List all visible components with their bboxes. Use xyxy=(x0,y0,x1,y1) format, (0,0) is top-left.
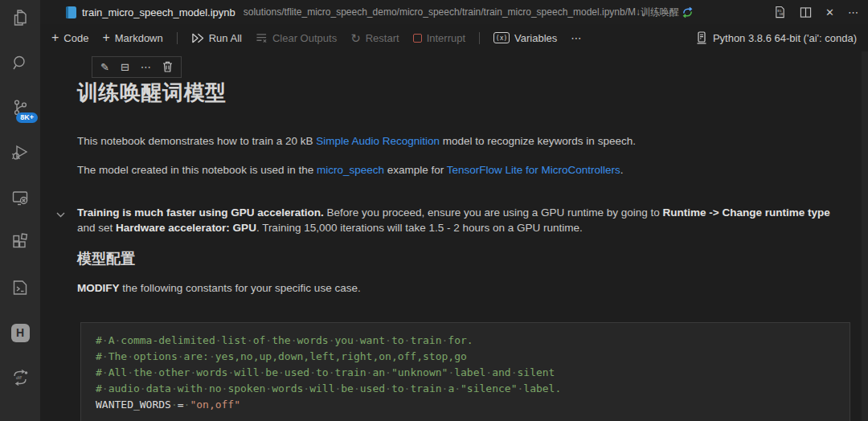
close-tab-button[interactable]: ✕ xyxy=(825,6,834,18)
restart-icon: ↻ xyxy=(350,32,361,44)
activity-bar-item-source-control[interactable]: 8K+ xyxy=(10,98,31,117)
interrupt-icon xyxy=(413,34,422,43)
split-cell-icon: ⊟ xyxy=(121,61,129,73)
gpu-note-paragraph: Training is much faster using GPU accele… xyxy=(77,205,836,235)
variables-label: Variables xyxy=(514,32,557,44)
kernel-picker[interactable]: Python 3.8.6 64-bit ('ai': conda) xyxy=(696,31,857,44)
plus-icon: + xyxy=(51,31,59,44)
activity-bar-item-explorer[interactable] xyxy=(10,8,31,27)
code-cell[interactable]: #·A·comma-delimited·list·of·the·words·yo… xyxy=(80,322,850,421)
markdown-h1-title: 训练唤醒词模型 xyxy=(77,79,868,107)
notebook-editor: ✎ ⊟ ⋯ 训练唤醒词模型 This notebook demonstrates… xyxy=(40,51,868,421)
notebook-terminal-icon xyxy=(10,278,30,297)
more-actions-button[interactable]: ⋯ xyxy=(848,6,858,18)
intro-text-post: model to recognize keywords in speech. xyxy=(440,135,636,147)
notebook-toolbar: + Code + Markdown Run All Clear xyxy=(40,24,868,51)
modify-paragraph: MODIFY the following constants for your … xyxy=(77,280,836,296)
split-editor-button[interactable] xyxy=(800,6,812,18)
plus-icon: + xyxy=(102,31,109,44)
add-code-label: Code xyxy=(63,32,88,44)
tflite-micro-link[interactable]: TensorFlow Lite for MicroControllers xyxy=(447,164,620,176)
partial-diff-icon: diff xyxy=(10,368,30,387)
source-control-badge: 8K+ xyxy=(16,112,38,123)
more-actions-icon: ⋯ xyxy=(848,6,858,18)
activity-bar-item-search[interactable] xyxy=(10,53,31,72)
toolbar-separator xyxy=(479,32,480,44)
activity-bar: 8K+ H xyxy=(0,0,40,421)
intro-text: This notebook demonstrates how to train … xyxy=(77,135,316,147)
add-code-cell-button[interactable]: + Code xyxy=(51,31,88,44)
variables-icon: (x) xyxy=(493,32,510,43)
trash-icon xyxy=(162,61,173,72)
markdown-h2-model-config: 模型配置 xyxy=(77,249,868,268)
run-all-label: Run All xyxy=(209,32,242,44)
svg-text:10: 10 xyxy=(779,12,784,16)
add-markdown-cell-button[interactable]: + Markdown xyxy=(102,31,162,44)
restart-kernel-button[interactable]: ↻ Restart xyxy=(350,32,399,44)
notebook-file-icon xyxy=(66,6,76,18)
run-debug-icon xyxy=(10,143,30,162)
breadcrumb[interactable]: solutions/tflite_micro_speech_demo/micro… xyxy=(244,6,694,19)
activity-bar-item-extensions[interactable] xyxy=(10,233,31,252)
usage-paragraph: The model created in this notebook is us… xyxy=(77,162,836,178)
code-line[interactable]: #·The·options·are:·yes,no,up,down,left,r… xyxy=(96,349,837,365)
remote-explorer-icon xyxy=(10,188,30,207)
breadcrumb-path: solutions/tflite_micro_speech_demo/micro… xyxy=(244,6,628,18)
usage-text: The model created in this notebook is us… xyxy=(77,164,317,176)
toolbar-separator xyxy=(177,32,178,44)
activity-bar-item-partial-diff[interactable]: diff xyxy=(10,368,31,387)
cell-toolbar: ✎ ⊟ ⋯ xyxy=(92,56,182,78)
more-icon: ⋯ xyxy=(141,61,151,73)
svg-text:diff: diff xyxy=(16,375,22,380)
editor-column: train_micro_speech_model.ipynb solutions… xyxy=(40,0,868,421)
explorer-icon xyxy=(10,8,30,27)
usage-text-post: . xyxy=(620,164,624,176)
cell-more-actions-button[interactable]: ⋯ xyxy=(141,62,151,72)
code-line[interactable]: #·All·the·other·words·will·be·used·to·tr… xyxy=(96,365,837,381)
activity-bar-item-h-extension[interactable]: H xyxy=(10,323,31,342)
toolbar-more-button[interactable]: ⋯ xyxy=(571,32,581,44)
gpu-note-bold-runtime: Runtime -> Change runtime type xyxy=(663,206,830,219)
code-line[interactable]: #·A·comma-delimited·list·of·the·words·yo… xyxy=(96,333,837,349)
clear-outputs-icon xyxy=(256,32,268,43)
add-markdown-label: Markdown xyxy=(115,32,163,44)
run-all-icon xyxy=(191,32,204,44)
activity-bar-item-notebook-terminal[interactable] xyxy=(10,278,31,297)
close-icon: ✕ xyxy=(825,6,834,18)
code-line[interactable]: #·audio·data·with·no·spoken·words·will·b… xyxy=(96,381,837,397)
activity-bar-item-remote-explorer[interactable] xyxy=(10,188,31,207)
tab-title[interactable]: train_micro_speech_model.ipynb xyxy=(82,6,235,18)
scrollbar[interactable] xyxy=(862,51,868,421)
delete-cell-button[interactable] xyxy=(162,61,173,74)
micro-speech-link[interactable]: micro_speech xyxy=(317,164,384,176)
breadcrumb-cell-segment: M↓训练唤醒 xyxy=(628,6,679,19)
modify-text: the following constants for your specifi… xyxy=(120,282,361,294)
gpu-note-text: Before you proceed, ensure you are using… xyxy=(324,206,663,219)
edit-cell-button[interactable]: ✎ xyxy=(100,62,109,72)
extensions-icon xyxy=(10,233,30,252)
code-line[interactable]: WANTED_WORDS·=·"on,off" xyxy=(96,397,837,413)
run-all-button[interactable]: Run All xyxy=(191,32,242,44)
h-extension-icon: H xyxy=(11,324,30,342)
code-lines: #·A·comma-delimited·list·of·the·words·yo… xyxy=(96,333,837,413)
open-binary-view-button[interactable]: 01 10 xyxy=(774,6,786,18)
gpu-note-bold-hw: Hardware accelerator: GPU xyxy=(116,222,256,234)
vscode-window: 8K+ H xyxy=(0,0,868,421)
collapse-chevron-icon[interactable] xyxy=(56,206,65,222)
usage-text-mid: example for xyxy=(384,164,447,176)
simple-audio-recognition-link[interactable]: Simple Audio Recognition xyxy=(316,135,440,147)
variables-button[interactable]: (x) Variables xyxy=(493,32,557,44)
split-cell-button[interactable]: ⊟ xyxy=(121,62,129,72)
clear-outputs-button[interactable]: Clear Outputs xyxy=(256,32,337,44)
restart-label: Restart xyxy=(366,32,399,44)
kernel-environment-icon xyxy=(696,31,707,44)
gpu-note-bold-intro: Training is much faster using GPU accele… xyxy=(77,206,324,219)
activity-bar-item-run-and-debug[interactable] xyxy=(10,143,31,162)
pencil-icon: ✎ xyxy=(100,61,109,73)
search-icon xyxy=(10,53,30,72)
clear-outputs-label: Clear Outputs xyxy=(272,32,337,44)
sync-icon xyxy=(682,6,694,18)
interrupt-kernel-button[interactable]: Interrupt xyxy=(413,32,465,44)
more-icon: ⋯ xyxy=(571,32,581,44)
split-editor-icon xyxy=(800,6,812,18)
